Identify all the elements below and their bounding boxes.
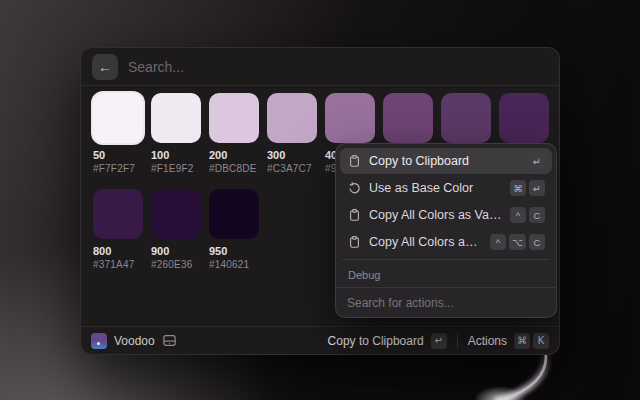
swatch-cell: 100#F1E9F2 (151, 93, 201, 175)
status-bar: Voodoo Copy to Clipboard ↵ Actions ⌘K (81, 326, 559, 354)
swatch-hex-label: #C3A7C7 (267, 162, 317, 175)
key-badge: C (529, 234, 545, 250)
color-swatch[interactable] (267, 93, 317, 143)
swatch-cell: 950#140621 (209, 189, 259, 271)
menu-item-label: Use as Base Color (369, 181, 502, 195)
shortcut-keys: ⌘↵ (510, 180, 545, 196)
search-input[interactable]: Search... (128, 59, 184, 75)
shortcut-keys: ^⌥C (490, 234, 545, 250)
menu-item[interactable]: Copy All Colors as JSON^⌥C (340, 229, 552, 255)
swatch-hex-label: #F7F2F7 (93, 162, 143, 175)
primary-action-label[interactable]: Copy to Clipboard (328, 334, 424, 348)
swatch-cell: 200#DBC8DE (209, 93, 259, 175)
extension-icon (91, 333, 107, 349)
color-swatch[interactable] (383, 93, 433, 143)
desktop-background: ← Search... 50#F7F2F7100#F1E9F2200#DBC8D… (0, 0, 640, 400)
shortcut-keys: ^C (510, 207, 545, 223)
actions-menu: Copy to Clipboard↵Use as Base Color⌘↵Cop… (335, 143, 557, 318)
actions-menu-items: Copy to Clipboard↵Use as Base Color⌘↵Cop… (336, 144, 556, 287)
color-swatch[interactable] (499, 93, 549, 143)
menu-item[interactable]: Use as Base Color⌘↵ (340, 175, 552, 201)
actions-button[interactable]: Actions (468, 334, 507, 348)
color-swatch[interactable] (151, 189, 201, 239)
menu-item[interactable]: Copy to Clipboard↵ (340, 148, 552, 174)
extension-name: Voodoo (114, 334, 155, 348)
back-arrow-icon: ← (98, 59, 112, 75)
save-icon[interactable] (162, 333, 177, 348)
swatch-step-label: 300 (267, 149, 317, 162)
color-swatch[interactable] (151, 93, 201, 143)
color-swatch[interactable] (325, 93, 375, 143)
menu-item-label: Copy to Clipboard (369, 154, 521, 168)
enter-key-badge: ↵ (431, 333, 447, 349)
swatch-cell: 800#371A47 (93, 189, 143, 271)
clipboard-icon (347, 208, 361, 222)
clipboard-icon (347, 235, 361, 249)
swatch-cell: 50#F7F2F7 (93, 93, 143, 175)
footer-divider (457, 334, 458, 348)
color-swatch[interactable] (93, 93, 143, 143)
swatch-cell: 900#260E36 (151, 189, 201, 271)
swatch-hex-label: #260E36 (151, 258, 201, 271)
swatch-hex-label: #F1E9F2 (151, 162, 201, 175)
key-badge: ↵ (529, 153, 545, 169)
swatch-hex-label: #140621 (209, 258, 259, 271)
menu-item-label: Copy All Colors as JSON (369, 235, 482, 249)
key-badge: ⌘ (514, 333, 530, 349)
key-badge: ^ (510, 207, 526, 223)
color-swatch[interactable] (441, 93, 491, 143)
search-header: ← Search... (81, 48, 559, 86)
swatch-cell: 300#C3A7C7 (267, 93, 317, 175)
key-badge: K (533, 333, 549, 349)
menu-divider (342, 259, 550, 260)
color-swatch[interactable] (209, 93, 259, 143)
base-color-icon (347, 182, 361, 195)
key-badge: ⌘ (510, 180, 526, 196)
swatch-step-label: 950 (209, 245, 259, 258)
menu-item[interactable]: Copy All Colors as Variable Declara...^C (340, 202, 552, 228)
actions-shortcut: ⌘K (514, 333, 549, 349)
swatch-hex-label: #371A47 (93, 258, 143, 271)
menu-item-label: Copy All Colors as Variable Declara... (369, 208, 502, 222)
key-badge: C (529, 207, 545, 223)
back-button[interactable]: ← (92, 54, 118, 80)
actions-search-input[interactable]: Search for actions... (336, 287, 556, 317)
key-badge: ⌥ (509, 234, 526, 250)
color-swatch[interactable] (93, 189, 143, 239)
swatch-step-label: 100 (151, 149, 201, 162)
swatch-step-label: 50 (93, 149, 143, 162)
swatch-hex-label: #DBC8DE (209, 162, 259, 175)
color-swatch[interactable] (209, 189, 259, 239)
key-badge: ^ (490, 234, 506, 250)
clipboard-icon (347, 154, 361, 168)
swatch-step-label: 800 (93, 245, 143, 258)
swatch-step-label: 200 (209, 149, 259, 162)
key-badge: ↵ (529, 180, 545, 196)
swatch-step-label: 900 (151, 245, 201, 258)
menu-section-label: Debug (340, 264, 552, 285)
shortcut-keys: ↵ (529, 153, 545, 169)
